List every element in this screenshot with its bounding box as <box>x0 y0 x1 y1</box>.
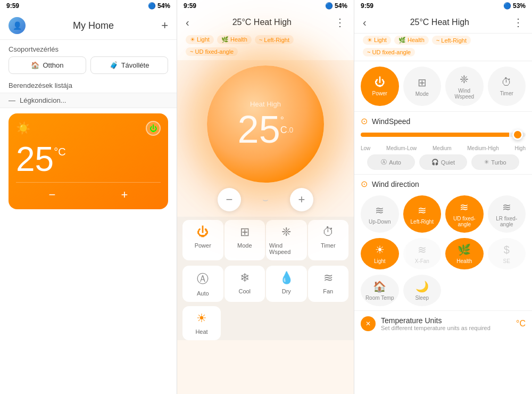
slider-labels: Low Medium-Low Medium Medium-High High <box>361 145 526 151</box>
p3-timer-button[interactable]: ⏱ Timer <box>488 67 526 106</box>
wind-leftright-button[interactable]: ≋ Left-Right <box>403 195 442 233</box>
wind-updown-label: Up-Down <box>369 219 391 225</box>
se-icon: $ <box>504 244 510 256</box>
auto-icon: Ⓐ <box>197 271 209 287</box>
power-button-2[interactable]: ⏻ Power <box>182 220 223 260</box>
xfan-button[interactable]: ≋ X-Fan <box>403 238 442 269</box>
status-bar-1: 9:59 🔵 54% <box>0 0 177 12</box>
speed-quiet-button[interactable]: 🎧 Quiet <box>419 154 467 170</box>
temp-unit: °C <box>54 146 65 157</box>
p3-timer-label: Timer <box>500 91 513 96</box>
decrease-temp-button[interactable]: − <box>49 188 56 202</box>
battery-2: 🔵 54% <box>325 2 347 10</box>
avatar: 👤 <box>9 17 26 34</box>
speed-medhigh: Medium-High <box>467 145 498 151</box>
orb-area: Heat High 25 °C .0 − ⌣ + <box>177 60 354 217</box>
wind-udfixed-button[interactable]: ≋ UD fixed-angle <box>445 195 484 233</box>
home-icon: 🏠 <box>31 61 39 69</box>
speed-auto-label: Auto <box>389 159 401 166</box>
room-temp-label: Room Temp <box>365 295 394 301</box>
time-2: 9:59 <box>184 2 196 10</box>
auto-button[interactable]: Ⓐ Auto <box>182 266 223 302</box>
add-button[interactable]: + <box>161 19 168 32</box>
timer-button-2[interactable]: ⏱ Timer <box>308 220 349 260</box>
fan-button[interactable]: ≋ Fan <box>308 266 349 302</box>
swipe-indicator: ⌣ <box>262 194 269 206</box>
panel2-tags: ☀ Light 🌿 Health ~ Left-Right ~ UD fixed… <box>177 33 354 60</box>
health-button[interactable]: 🌿 Health <box>445 238 484 269</box>
wind-dir-grid: ≋ Up-Down ≋ Left-Right ≋ UD fixed-angle … <box>361 195 526 233</box>
cool-button[interactable]: ❄ Cool <box>225 266 265 302</box>
orb-controls: − ⌣ + <box>218 188 313 211</box>
panel2-header: ‹ 25°C Heat High ⋮ <box>177 12 354 33</box>
orb-decrease-button[interactable]: − <box>218 188 241 211</box>
temperature-orb: Heat High 25 °C .0 <box>207 65 324 183</box>
power-indicator: ⏻ <box>146 121 161 136</box>
p3-windspeed-button[interactable]: ❈ Wind Wspeed <box>445 67 484 106</box>
sun-icon: ☀️ <box>16 121 30 135</box>
mode-label-2: Mode <box>237 242 252 249</box>
tag-light: ☀ Light <box>186 35 214 44</box>
light-button[interactable]: ☀ Light <box>361 238 399 269</box>
battery-3: 🔵 53% <box>503 2 526 10</box>
increase-temp-button[interactable]: + <box>121 188 128 202</box>
p3-tag-health: 🌿 Health <box>394 36 429 45</box>
mode-icon-2: ⊞ <box>240 225 250 239</box>
wind-lrfixed-button[interactable]: ≋ LR fixed-angle <box>488 195 526 233</box>
panel3-title: 25°C Heat High <box>410 18 469 27</box>
temp-units-value[interactable]: °C <box>516 319 526 329</box>
heat-icon: ☀ <box>196 311 207 325</box>
orb-temp-unit: °C <box>280 116 287 135</box>
wind-leftright-label: Left-Right <box>411 219 434 225</box>
slider-container[interactable] <box>361 130 526 143</box>
panel-detail: 9:59 🔵 53% ‹ 25°C Heat High ⋮ ☀ Light 🌿 … <box>354 0 532 394</box>
orb-temp-display: 25 °C .0 <box>238 110 294 149</box>
speed-turbo-label: Turbo <box>491 159 506 166</box>
slider-track <box>361 133 526 137</box>
wind-lrfixed-icon: ≋ <box>502 201 511 214</box>
panel2-title: 25°C Heat High <box>232 18 292 27</box>
time-1: 9:59 <box>6 2 19 10</box>
temp-units-title: Temperature Units <box>381 316 511 325</box>
orb-increase-button[interactable]: + <box>290 188 313 211</box>
speed-low: Low <box>361 145 370 151</box>
time-3: 9:59 <box>361 2 373 10</box>
slider-knob[interactable] <box>512 129 523 140</box>
sleep-button[interactable]: 🌙 Sleep <box>403 275 442 306</box>
windspeed-section-icon: ⊙ <box>361 116 368 126</box>
device-header: — Légkondicion... <box>0 93 177 108</box>
panel1-header: 👤 My Home + <box>0 12 177 40</box>
device-card-controls: − + <box>16 182 161 202</box>
room-temp-icon: 🏠 <box>373 280 386 293</box>
orb-temp-value: 25 <box>238 110 280 149</box>
home-title: My Home <box>73 20 114 31</box>
dry-button[interactable]: 💧 Dry <box>266 266 307 302</box>
back-button-3[interactable]: ‹ <box>363 17 367 29</box>
away-mode-button[interactable]: 🧳 Távolléte <box>90 56 168 74</box>
speed-auto-button[interactable]: Ⓐ Auto <box>367 154 415 170</box>
device-card-top: ☀️ ⏻ <box>16 121 161 136</box>
home-mode-button[interactable]: 🏠 Otthon <box>9 56 86 74</box>
se-button[interactable]: $ SE <box>488 238 526 269</box>
panel-home: 9:59 🔵 54% 👤 My Home + Csoportvezérlés 🏠… <box>0 0 177 394</box>
p3-windspeed-label: Wind Wspeed <box>448 88 480 100</box>
fan-icon: ≋ <box>323 271 333 285</box>
back-button-2[interactable]: ‹ <box>186 17 189 29</box>
timer-label-2: Timer <box>321 242 336 249</box>
more-button-3[interactable]: ⋮ <box>513 16 523 29</box>
p3-mode-button[interactable]: ⊞ Mode <box>403 67 442 106</box>
windspeed-button-2[interactable]: ❈ Wind Wspeed <box>266 220 307 260</box>
windspeed-section-header: ⊙ WindSpeed <box>354 112 532 128</box>
more-button-2[interactable]: ⋮ <box>335 16 345 29</box>
room-temp-button[interactable]: 🏠 Room Temp <box>361 275 399 306</box>
main-control-grid: ⏻ Power ⊞ Mode ❈ Wind Wspeed ⏱ Timer <box>361 67 526 106</box>
power-icon-2: ⏻ <box>197 225 209 239</box>
device-card[interactable]: ☀️ ⏻ 25 °C − + <box>9 113 168 209</box>
speed-turbo-button[interactable]: ✳ Turbo <box>471 154 519 170</box>
p3-power-label: Power <box>372 91 387 96</box>
mode-button-2[interactable]: ⊞ Mode <box>225 220 265 260</box>
wind-updown-button[interactable]: ≋ Up-Down <box>361 195 399 233</box>
heat-button[interactable]: ☀ Heat <box>182 306 221 340</box>
p3-power-button[interactable]: ⏻ Power <box>361 67 399 106</box>
wind-lrfixed-label: LR fixed-angle <box>490 216 524 227</box>
